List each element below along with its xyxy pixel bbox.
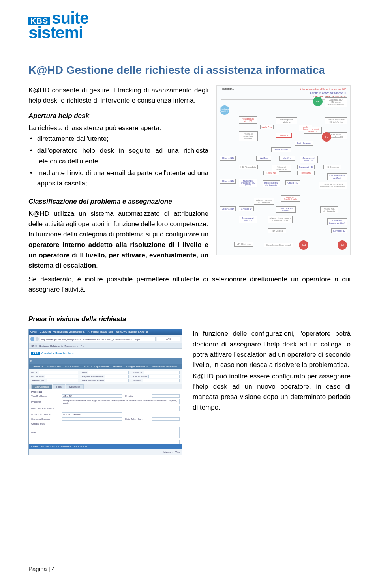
app-logo-sub: Knowledge Base Solutions [41, 352, 74, 355]
node-modifica2: Modifica [279, 156, 295, 161]
node-elimina1: Elimina HD [220, 156, 236, 161]
node-hd-eliminato: HD Eliminato [234, 242, 253, 247]
botbar-left[interactable]: Indietro · Esporta · Stampa Documento · … [31, 445, 87, 448]
node-attesa-cambio: Attesa di soluzione – Cambio Livello [268, 216, 293, 223]
classificazione-p2: In funzione della categoria di problema … [28, 229, 208, 271]
app-submenu: Chiudi HD Sospendi HD Invio Esterno Chiu… [29, 364, 182, 369]
search-box[interactable]: ARC [157, 337, 180, 341]
window-titlebar: CRM – Customer Relationship Management –… [29, 329, 182, 335]
menu-item-5[interactable]: Assegna ad altro ITS [126, 365, 148, 368]
node-chiudi-apri: Chiudi HD e apri richiesta [276, 206, 296, 213]
back-icon[interactable] [30, 337, 34, 341]
inp-desc[interactable] [62, 406, 180, 411]
node-richiesta-info: Richiesta Info richiedente [263, 180, 280, 188]
tab-files[interactable]: Files [53, 384, 65, 389]
detail-tabs: Dati Generali Files Messages [29, 384, 182, 389]
node-end1: End [322, 132, 331, 142]
classificazione-p2a: In funzione della categoria di problema … [28, 230, 208, 238]
node-liv-prec: Livello Prec. [260, 125, 274, 129]
lbl-supporto: Supporto Sistema [31, 418, 59, 420]
browser-toolbar: http://develop20a/CRM_testsystem.jsp?Con… [29, 335, 182, 343]
legend-item-2: Azione in carico all'Addetto IT [299, 92, 346, 94]
node-end2: End [299, 240, 308, 250]
inp-nomepc[interactable] [144, 371, 180, 374]
logo-sistemi: sistemi [28, 25, 351, 40]
inp-problema[interactable]: Immagine del mio monitor: dove leggo, un… [62, 399, 180, 404]
menu-k[interactable]: K [30, 360, 32, 362]
menu-item-3[interactable]: Chiudi HD e apri richiesta [83, 365, 109, 368]
inp-cambio[interactable] [62, 422, 122, 425]
node-chiudi-hd: Chiudi HD [285, 180, 300, 185]
classificazione-heading: Classificazione del problema e assegnazi… [28, 198, 208, 206]
inp-tipo[interactable]: AT – PC [62, 394, 122, 398]
node-attesa-presa: Attesa presa Visione [276, 117, 297, 125]
form-header: N° HD Data Nome PC Richiedente Reparto R… [29, 369, 182, 384]
app-logo-kbs: KBS [31, 352, 40, 355]
node-verifica: Verifica [256, 156, 271, 161]
node-attesa-risp: Attesa risposta richiedente [254, 198, 274, 205]
intro-text: K@HD consente di gestire il tracking di … [28, 85, 208, 106]
inp-note[interactable] [62, 427, 180, 438]
app-mainmenu[interactable]: K [29, 358, 182, 364]
page-footer: Pagina | 4 [28, 566, 55, 572]
presa-p1: In funzione delle configurazioni, l'oper… [193, 329, 351, 370]
menu-item-4[interactable]: Modifica [113, 365, 122, 368]
menu-item-2[interactable]: Invio Esterno [65, 365, 79, 368]
node-invio-esterno: Invio Esterno [295, 141, 313, 146]
node-elimina2: Elimina HD [220, 179, 236, 184]
menu-item-0[interactable]: Chiudi HD [32, 365, 43, 368]
legend-label: LEGENDA: [221, 88, 235, 98]
browser-statusbar: Internet · 100% [29, 449, 182, 455]
lbl-sev: Severità [133, 379, 141, 382]
node-assegna-altro: Assegna ad altro ITS [239, 116, 257, 124]
legend-item-1: Azione in carico all'Amministratore HD [299, 88, 346, 91]
node-attesa-conferma: Attesa conferma HD telefonico [325, 117, 347, 125]
classificazione-p3: Se desiderato, è inoltre possibile perme… [28, 274, 351, 295]
inp-addetto[interactable]: Antonio Cassoni [62, 412, 122, 416]
inp-nhd[interactable] [39, 371, 78, 374]
node-chiudi-attesa: Chiudi HD in attesa accettazione richied… [319, 182, 347, 189]
lbl-cambio: Cambio Stato [31, 423, 59, 425]
node-presa-visione: Presa visione [271, 147, 291, 152]
inp-rich[interactable] [45, 375, 78, 378]
lbl-note: Note [31, 431, 59, 434]
browser-tab[interactable]: CRM – Customer Relationship Management –… [29, 343, 182, 349]
inp-sev[interactable] [143, 379, 180, 382]
address-bar[interactable]: http://develop20a/CRM_testsystem.jsp?Con… [40, 337, 156, 341]
inp-datatoken[interactable] [152, 417, 180, 421]
node-modifica: Modifica [276, 133, 292, 138]
node-hd-chiuso: HD Chiuso [268, 228, 286, 233]
inp-reparto[interactable] [105, 375, 129, 378]
node-liv-succ2: Livello Succ. Cambio Livello [281, 195, 300, 202]
node-elimina3: Elimina HD [220, 206, 236, 211]
lbl-data: Data [82, 371, 87, 374]
node-assegna-altro-r: Assegna ad altro ITS [300, 156, 318, 163]
inp-supporto[interactable] [62, 417, 122, 421]
menu-item-6[interactable]: Richiedi Info richiedente [152, 365, 177, 368]
node-riattiva: Riattiva HD [297, 171, 315, 175]
inp-dataprev[interactable] [105, 379, 129, 382]
tab-messages[interactable]: Messages [66, 384, 84, 389]
fwd-icon[interactable] [36, 337, 39, 341]
bottom-toolbar: Indietro · Esporta · Stampa Documento · … [29, 444, 182, 449]
inp-data[interactable] [88, 371, 129, 374]
inp-tel[interactable] [47, 379, 78, 382]
inp-priorita[interactable] [152, 394, 180, 398]
lbl-desc: Descrizione Problema [31, 407, 59, 410]
menu-item-1[interactable]: Sospendi HD [47, 365, 60, 368]
presa-p2: K@HD può inoltre essere configurato per … [193, 371, 351, 413]
tab-dati-generali[interactable]: Dati Generali [31, 384, 52, 389]
lbl-tipo: Tipo Problema [31, 395, 59, 397]
lbl-priorita: Priorità [125, 395, 149, 397]
node-attesa-sol-est: Attesa di soluzione esterna [239, 131, 258, 141]
node-sol-senza: Soluzione (senza verifica) [327, 218, 347, 226]
lbl-addetto: Addetto IT Odierno [31, 413, 59, 416]
lbl-nomepc: Nome PC [133, 371, 143, 374]
logo-block: KBS suite sistemi [28, 11, 351, 40]
inp-resp[interactable] [148, 375, 180, 378]
presa-heading: Presa in visione della richiesta [28, 315, 351, 323]
lbl-dataprev: Data Prevista Evasio [82, 379, 104, 382]
lbl-problema2: Problema [31, 401, 59, 403]
node-apertura: Apertura HD Ricevute telefonicamente [325, 97, 347, 107]
node-elimina4: Elimina HD [331, 228, 347, 233]
